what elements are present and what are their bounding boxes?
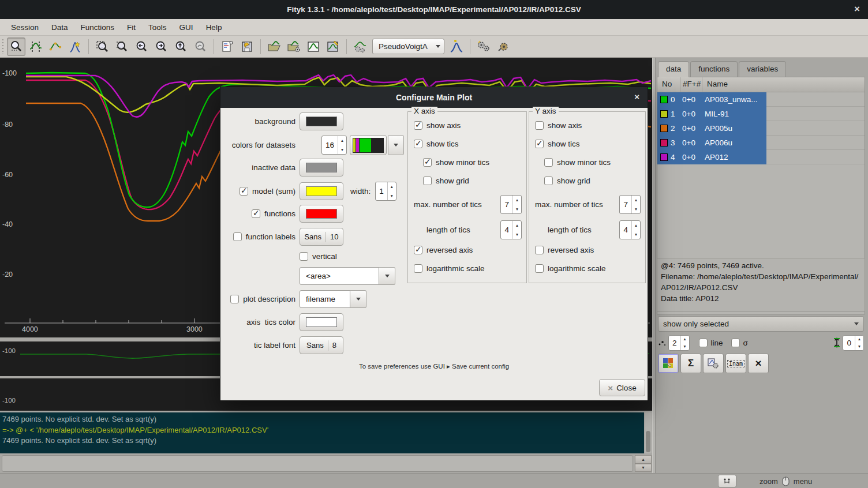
dataset-color-swatch[interactable]: [660, 139, 668, 147]
menu-data[interactable]: Data: [45, 21, 74, 34]
zoom-up-button[interactable]: [171, 37, 190, 56]
function-label-font-button[interactable]: Sans10: [300, 228, 343, 246]
add-peak-mode-button[interactable]: [66, 37, 84, 56]
x-reversed-checkbox[interactable]: [414, 246, 422, 254]
spin-up-icon[interactable]: ▲: [513, 196, 521, 205]
x-show-tics-checkbox[interactable]: [414, 140, 422, 148]
menu-session[interactable]: Session: [5, 21, 45, 34]
spin-down-icon[interactable]: ▼: [632, 230, 640, 239]
spin-down-icon[interactable]: ▼: [635, 464, 652, 472]
spin-up-icon[interactable]: ▲: [681, 336, 689, 343]
command-history-spinner[interactable]: ▲▼: [635, 455, 652, 472]
dataset-color-swatch[interactable]: [660, 125, 668, 132]
script-log-button[interactable]: [218, 37, 237, 56]
spin-down-icon[interactable]: ▼: [632, 205, 640, 214]
y-max-tics-spinner[interactable]: 7▲▼: [619, 195, 641, 214]
data-editor-button[interactable]: [304, 37, 323, 56]
chevron-down-button[interactable]: [350, 290, 366, 308]
copy-data-button[interactable]: [703, 354, 724, 373]
session-settings-button[interactable]: [238, 37, 256, 56]
spin-down-icon[interactable]: ▼: [681, 343, 689, 350]
console-scrollbar-thumb[interactable]: [646, 431, 650, 452]
model-width-spinner[interactable]: 1 ▲▼: [375, 182, 396, 201]
spin-up-icon[interactable]: ▲: [855, 336, 863, 343]
delete-dataset-button[interactable]: ×: [748, 354, 769, 373]
spin-up-icon[interactable]: ▲: [388, 182, 396, 192]
function-labels-checkbox[interactable]: [233, 232, 242, 241]
spin-up-icon[interactable]: ▲: [635, 455, 652, 464]
background-color-button[interactable]: [300, 112, 343, 130]
add-function-button[interactable]: [447, 37, 466, 56]
line-checkbox[interactable]: [699, 339, 708, 347]
column-header-f[interactable]: #F+#: [680, 77, 702, 92]
column-header-name[interactable]: Name: [702, 77, 865, 92]
zoom-all-button[interactable]: [93, 37, 111, 56]
dataset-color-swatch[interactable]: [660, 110, 668, 118]
sigma-checkbox[interactable]: [731, 339, 740, 347]
dataset-colors-preview-button[interactable]: [350, 135, 387, 155]
y-show-tics-checkbox[interactable]: [535, 140, 544, 148]
sum-button[interactable]: Σ: [680, 354, 701, 373]
spin-up-icon[interactable]: ▲: [513, 221, 521, 230]
data-transform-button[interactable]: [351, 37, 369, 56]
menu-fit[interactable]: Fit: [121, 21, 142, 34]
y-show-grid-checkbox[interactable]: [544, 177, 553, 185]
menu-help[interactable]: Help: [200, 21, 229, 34]
fit-run-button[interactable]: [474, 37, 493, 56]
chevron-down-button[interactable]: [379, 267, 395, 285]
tab-functions[interactable]: functions: [690, 61, 738, 77]
x-max-tics-spinner[interactable]: 7▲▼: [500, 195, 522, 214]
spin-down-icon[interactable]: ▼: [513, 230, 521, 239]
x-show-minor-tics-checkbox[interactable]: [423, 158, 432, 167]
command-input[interactable]: [2, 455, 633, 472]
y-reversed-checkbox[interactable]: [535, 246, 544, 254]
plot-description-checkbox[interactable]: [230, 295, 239, 303]
table-row[interactable]: 10+0MIL-91: [657, 107, 865, 121]
label-content-dropdown[interactable]: <area>: [300, 267, 379, 285]
functions-checkbox[interactable]: [252, 209, 260, 218]
colors-count-spinner[interactable]: 16 ▲▼: [321, 136, 347, 155]
table-row[interactable]: 20+0AP005u: [657, 121, 865, 136]
model-checkbox[interactable]: [240, 187, 248, 196]
console-scrollbar[interactable]: [645, 412, 652, 453]
x-tic-len-spinner[interactable]: 4▲▼: [500, 220, 522, 239]
spin-up-icon[interactable]: ▲: [338, 136, 346, 145]
zoom-previous-button[interactable]: [191, 37, 209, 56]
axis-tics-color-button[interactable]: [300, 313, 343, 331]
menu-tools[interactable]: Tools: [142, 21, 173, 34]
export-image-button[interactable]: [324, 37, 342, 56]
dialog-close-icon[interactable]: ×: [634, 92, 639, 102]
spin-down-icon[interactable]: ▼: [513, 205, 521, 214]
x-log-checkbox[interactable]: [414, 264, 422, 273]
spin-down-icon[interactable]: ▼: [388, 192, 396, 201]
table-row[interactable]: 40+0AP012: [657, 150, 865, 164]
open-data-options-button[interactable]: [285, 37, 303, 56]
y-tic-len-spinner[interactable]: 4▲▼: [619, 220, 641, 239]
tab-data[interactable]: data: [658, 61, 689, 77]
tic-label-font-button[interactable]: Sans8: [300, 336, 343, 354]
zoom-right-button[interactable]: [152, 37, 170, 56]
vertical-checkbox[interactable]: [300, 252, 308, 261]
rename-button[interactable]: Inam: [725, 354, 746, 373]
functions-color-button[interactable]: [300, 205, 343, 223]
column-header-no[interactable]: No: [657, 77, 680, 92]
menu-gui[interactable]: GUI: [173, 21, 200, 34]
dataset-color-swatch[interactable]: [660, 96, 668, 103]
y-log-checkbox[interactable]: [535, 264, 544, 273]
zoom-left-button[interactable]: [132, 37, 151, 56]
function-type-select[interactable]: PseudoVoigtA: [372, 39, 444, 54]
model-color-button[interactable]: [300, 182, 343, 200]
show-filter-dropdown[interactable]: show only selected: [658, 316, 864, 332]
table-row[interactable]: 00+0AP003_unwa...: [657, 92, 865, 107]
tab-variables[interactable]: variables: [739, 61, 786, 77]
dataset-colors-button[interactable]: [658, 354, 679, 373]
dataset-color-swatch[interactable]: [660, 153, 668, 161]
mouse-config-button[interactable]: [718, 475, 736, 487]
shift-spinner[interactable]: 0 ▲▼: [843, 335, 864, 351]
dialog-close-button[interactable]: × Close: [599, 379, 645, 396]
table-row[interactable]: 30+0AP006u: [657, 136, 865, 150]
spin-down-icon[interactable]: ▼: [855, 343, 863, 350]
open-data-button[interactable]: [265, 37, 283, 56]
spin-up-icon[interactable]: ▲: [632, 196, 640, 205]
zoom-mode-button[interactable]: [7, 37, 25, 56]
